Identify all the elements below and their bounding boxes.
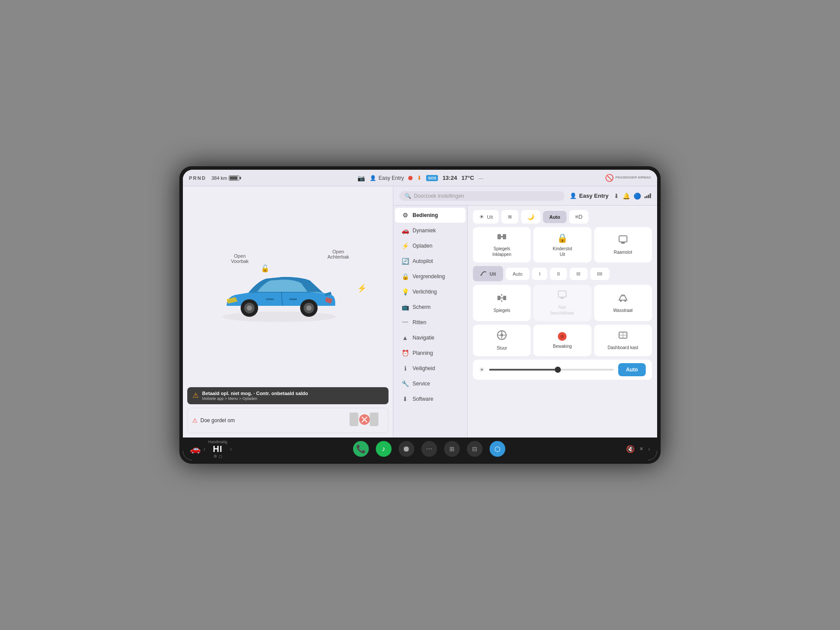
- dash-separator: —: [479, 175, 483, 181]
- svg-rect-29: [560, 297, 564, 299]
- nav-item-service[interactable]: 🔧 Service: [395, 376, 466, 391]
- status-bar: PRND 384 km 📷 👤 Easy Entry ⬇ SOS 13:24: [183, 170, 657, 186]
- next-arrow-icon[interactable]: ›: [230, 445, 232, 452]
- light-btn-fog[interactable]: ≋: [501, 210, 518, 224]
- wasstraat-label: Wasstraat: [613, 308, 633, 313]
- action-grid-1: Spiegels Nietbeschikbaar: [473, 285, 652, 321]
- x-icon[interactable]: ✕: [639, 446, 644, 452]
- light-btn-uit[interactable]: ☀ Uit: [473, 210, 499, 224]
- phone-button[interactable]: 📞: [353, 441, 369, 457]
- auto-light-label: Auto: [549, 214, 560, 220]
- wiper-btn-2[interactable]: II: [550, 268, 567, 280]
- slider-thumb[interactable]: [555, 367, 561, 373]
- warning-title: Betaald opl. niet mog. · Contr. onbetaal…: [202, 391, 308, 396]
- grid2-button[interactable]: ⊟: [467, 441, 483, 457]
- nav-item-scherm[interactable]: 📺 Scherm: [395, 300, 466, 315]
- orange-arrow-icon: ⬇: [417, 175, 422, 181]
- prev-arrow-icon[interactable]: ‹: [203, 445, 206, 452]
- nav-label-software: Software: [413, 396, 433, 402]
- brightness-auto-btn[interactable]: Auto: [618, 363, 646, 376]
- open-achterbak-label[interactable]: Open Achterbak: [327, 249, 349, 259]
- nav-item-vergrendeling[interactable]: 🔒 Vergrendeling: [395, 269, 466, 284]
- wiper-row: Uit Auto I II II: [473, 266, 652, 281]
- fan-icon: ⚙: [214, 454, 217, 458]
- spotify-button[interactable]: ♪: [376, 441, 392, 457]
- signal-bars: [644, 193, 651, 198]
- status-center: 📷 👤 Easy Entry ⬇ SOS 13:24 17°C —: [357, 174, 483, 182]
- wiper-1-label: I: [539, 271, 540, 276]
- spiegels-btn[interactable]: Spiegels: [473, 285, 531, 321]
- kinderslot-btn[interactable]: 🔒 KinderslotUit: [533, 227, 591, 262]
- bottom-right: 🔇 ✕ ›: [626, 445, 650, 453]
- light-btn-d[interactable]: 🌙: [521, 210, 540, 224]
- nav-item-navigatie[interactable]: ▲ Navigatie: [395, 330, 466, 345]
- climate-display: Handmatig HI ⚙ ◻: [208, 440, 228, 458]
- volume-icon[interactable]: 🔇: [626, 445, 635, 453]
- brightness-slider[interactable]: [489, 369, 614, 371]
- spiegels-inklappen-label: SpiegelsInklappen: [492, 246, 511, 257]
- settings-main: ☀ Uit ≋ 🌙 Auto: [468, 206, 657, 438]
- right-arrow-icon[interactable]: ›: [648, 445, 650, 452]
- niet-beschikbaar-btn[interactable]: Nietbeschikbaar: [533, 285, 591, 321]
- action-grid-2: Stuur Bewaking: [473, 325, 652, 356]
- left-panel: Open Voorbak 🔓 Open Achterbak: [183, 186, 393, 438]
- lightning-icon: ⚡: [357, 284, 367, 293]
- easy-entry-header: 👤 Easy Entry: [570, 192, 609, 199]
- bell-header-icon: 🔔: [623, 192, 630, 200]
- bluetooth-button[interactable]: ⬡: [490, 441, 505, 457]
- search-box[interactable]: 🔍 Doorzoek instellingen: [399, 191, 564, 201]
- open-voorbak-label[interactable]: Open Voorbak: [231, 253, 248, 264]
- vergrendeling-icon: 🔒: [401, 273, 409, 280]
- niet-beschikbaar-label: Nietbeschikbaar: [551, 304, 574, 316]
- nav-label-ritten: Ritten: [413, 319, 426, 326]
- car-home-icon[interactable]: 🚗: [190, 444, 201, 454]
- wiper-btn-uit[interactable]: Uit: [473, 266, 503, 281]
- svg-rect-24: [503, 296, 506, 300]
- raamslot-btn[interactable]: Raamslot: [594, 227, 652, 262]
- wiper-btn-3[interactable]: III: [570, 268, 588, 280]
- dynamiek-icon: 🚗: [401, 227, 409, 234]
- grid-button[interactable]: ⊞: [444, 441, 460, 457]
- nav-item-verlichting[interactable]: 💡 Verlichting: [395, 284, 466, 299]
- wiper-uit-label: Uit: [490, 271, 496, 276]
- nav-item-bediening[interactable]: ⚙ Bediening: [395, 208, 466, 223]
- nav-item-planning[interactable]: ⏰ Planning: [395, 346, 466, 360]
- nav-item-ritten[interactable]: 〰 Ritten: [395, 315, 466, 330]
- nav-item-dynamiek[interactable]: 🚗 Dynamiek: [395, 223, 466, 238]
- brightness-low-icon: ☀: [479, 366, 485, 373]
- temp-display: 17°C: [462, 175, 474, 181]
- spiegels-label: Spiegels: [494, 308, 510, 313]
- light-btn-auto[interactable]: Auto: [543, 211, 566, 223]
- settings-content: ⚙ Bediening 🚗 Dynamiek ⚡ Opladen 🔄: [393, 206, 657, 438]
- svg-point-31: [624, 300, 626, 302]
- warning-banner: ⚠ Betaald opl. niet mog. · Contr. onbeta…: [187, 387, 388, 404]
- nav-item-autopilot[interactable]: 🔄 Autopilot: [395, 254, 466, 269]
- nav-label-autopilot: Autopilot: [413, 258, 433, 264]
- dots-button[interactable]: ⋯: [421, 441, 437, 457]
- passenger-airbag: 🚫 PASSENGER AIRBAG: [605, 174, 651, 182]
- nav-label-verlichting: Verlichting: [413, 289, 437, 295]
- nav-item-veiligheid[interactable]: ℹ Veiligheid: [395, 361, 466, 376]
- stuur-btn[interactable]: Stuur: [473, 325, 531, 356]
- nav-item-opladen[interactable]: ⚡ Opladen: [395, 238, 466, 253]
- spiegels-inklappen-btn[interactable]: SpiegelsInklappen: [473, 227, 531, 262]
- nav-label-veiligheid: Veiligheid: [413, 365, 435, 371]
- wiper-btn-1[interactable]: I: [532, 268, 547, 280]
- autopilot-icon: 🔄: [401, 258, 409, 265]
- wasstraat-icon: [618, 293, 628, 305]
- dashboard-kast-btn[interactable]: Dashboard kast: [594, 325, 652, 356]
- bewaking-btn[interactable]: Bewaking: [533, 325, 591, 356]
- svg-rect-11: [350, 413, 358, 417]
- raamslot-label: Raamslot: [614, 249, 632, 255]
- veiligheid-icon: ℹ: [401, 365, 409, 372]
- feature-grid-top: SpiegelsInklappen 🔒 KinderslotUit: [473, 227, 652, 262]
- camera-button[interactable]: ⏺: [399, 441, 414, 457]
- wiper-btn-4[interactable]: IIII: [590, 268, 609, 280]
- wasstraat-btn[interactable]: Wasstraat: [594, 285, 652, 321]
- light-btn-full[interactable]: ≡D: [569, 210, 589, 224]
- seatbelt-icons: [349, 412, 384, 429]
- climate-sub: ⚙ ◻: [214, 454, 222, 458]
- wiper-btn-auto[interactable]: Auto: [506, 268, 530, 280]
- airbag-label: PASSENGER AIRBAG: [616, 176, 651, 180]
- nav-item-software[interactable]: ⬇ Software: [395, 392, 466, 406]
